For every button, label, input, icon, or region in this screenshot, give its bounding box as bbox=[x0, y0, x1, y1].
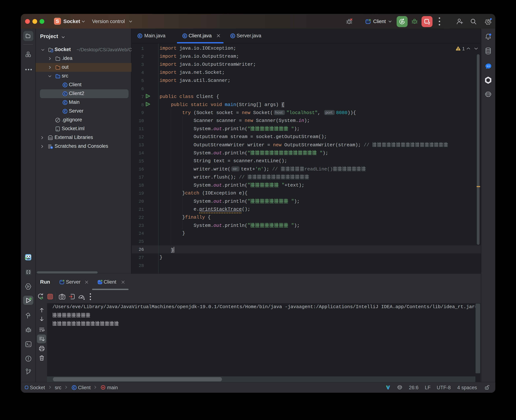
svg-text:C: C bbox=[64, 101, 66, 104]
svg-text:C: C bbox=[64, 83, 66, 87]
svg-text:C: C bbox=[139, 34, 141, 38]
svg-text:C: C bbox=[73, 386, 75, 389]
svg-text:C: C bbox=[64, 110, 66, 113]
svg-text:C: C bbox=[184, 34, 186, 38]
svg-text:m: m bbox=[102, 386, 104, 389]
svg-text:2: 2 bbox=[428, 21, 430, 25]
svg-text:C: C bbox=[64, 92, 66, 95]
svg-text:C: C bbox=[232, 34, 234, 38]
